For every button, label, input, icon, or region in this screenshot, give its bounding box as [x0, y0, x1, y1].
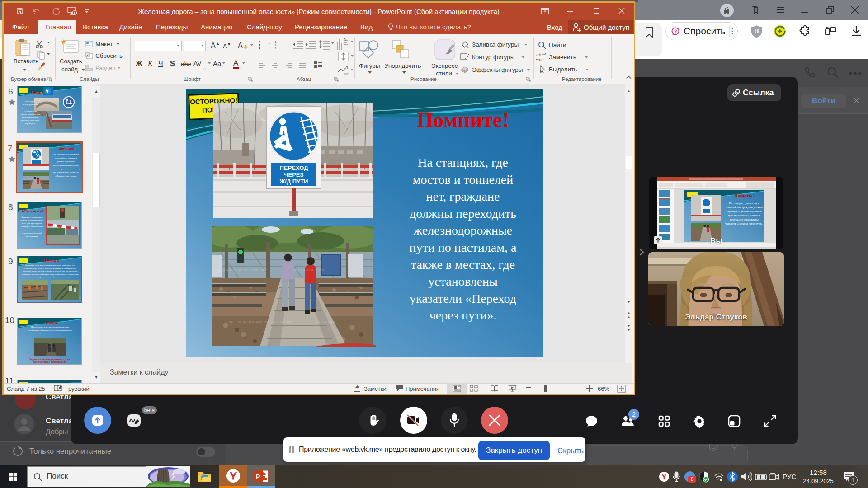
svg-text:ФОТОБАНК ЛОРИ: ФОТОБАНК ЛОРИ: [293, 268, 325, 272]
svg-text:ЧЕРЕЗ: ЧЕРЕЗ: [284, 171, 303, 178]
svg-text:2 547 002 ФОТОБАНК ЛОРИ - 2 5: 2 547 002 ФОТОБАНК ЛОРИ - 2 547 002: [226, 320, 293, 324]
svg-text:ФОТОБАНК ЛОРИ - 2 547 002: ФОТОБАНК ЛОРИ - 2 547 002: [217, 268, 267, 272]
svg-text:ПЕРЕХОД: ПЕРЕХОД: [280, 164, 309, 171]
svg-text:3: 3: [275, 47, 277, 50]
svg-text:ab: ab: [536, 52, 542, 57]
svg-text:ФОТОБАНК: ФОТОБАНК: [316, 320, 336, 324]
svg-text:2: 2: [275, 44, 277, 47]
svg-text:ac: ac: [539, 57, 544, 62]
svg-text:1: 1: [275, 41, 277, 43]
svg-text:A: A: [238, 42, 243, 49]
svg-text:А: А: [344, 38, 346, 42]
svg-text:Ж/Д ПУТИ: Ж/Д ПУТИ: [279, 178, 308, 185]
svg-text:P: P: [256, 473, 260, 480]
